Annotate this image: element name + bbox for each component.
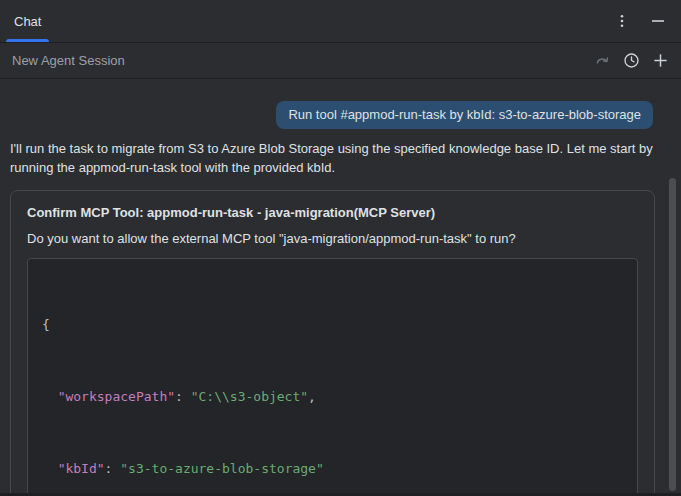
- active-tab-indicator: [6, 39, 49, 42]
- code-line: "kbId": "s3-to-azure-blob-storage": [42, 457, 623, 481]
- tab-chat-label: Chat: [14, 14, 41, 29]
- tab-chat[interactable]: Chat: [4, 0, 51, 42]
- code-line: {: [42, 313, 623, 337]
- mcp-confirm-dialog: Confirm MCP Tool: appmod-run-task - java…: [10, 190, 655, 496]
- code-open-brace: {: [42, 317, 50, 332]
- confirm-dialog-question: Do you want to allow the external MCP to…: [27, 231, 638, 246]
- user-message-text: Run tool #appmod-run-task by kbId: s3-to…: [288, 107, 641, 122]
- session-actions: [593, 52, 669, 70]
- code-line: "workspacePath": "C:\\s3-object",: [42, 385, 623, 409]
- chat-tool-window: Chat New Agent Session: [0, 0, 681, 496]
- json-separator: :: [175, 389, 191, 404]
- json-value: "C:\\s3-object": [191, 389, 308, 404]
- chat-content: Run tool #appmod-run-task by kbId: s3-to…: [0, 79, 681, 496]
- json-separator: :: [105, 461, 121, 476]
- json-comma: ,: [308, 389, 316, 404]
- json-value: "s3-to-azure-blob-storage": [120, 461, 324, 476]
- user-message-bubble: Run tool #appmod-run-task by kbId: s3-to…: [276, 101, 653, 129]
- json-key: "workspacePath": [58, 389, 175, 404]
- json-key: "kbId": [58, 461, 105, 476]
- user-message-row: Run tool #appmod-run-task by kbId: s3-to…: [10, 101, 669, 129]
- new-session-plus-icon[interactable]: [651, 52, 669, 70]
- vertical-scrollbar-thumb[interactable]: [669, 178, 676, 491]
- minimize-icon[interactable]: [649, 12, 667, 30]
- history-clock-icon[interactable]: [622, 52, 640, 70]
- titlebar: Chat: [0, 0, 681, 43]
- session-bar: New Agent Session: [0, 43, 681, 79]
- session-title: New Agent Session: [12, 53, 125, 68]
- assistant-message: I'll run the task to migrate from S3 to …: [10, 139, 669, 177]
- tool-arguments-code-block: { "workspacePath": "C:\\s3-object", "kbI…: [27, 258, 638, 496]
- titlebar-actions: [613, 12, 667, 30]
- redo-arrow-icon[interactable]: [593, 52, 611, 70]
- kebab-menu-icon[interactable]: [613, 12, 631, 30]
- confirm-dialog-title: Confirm MCP Tool: appmod-run-task - java…: [27, 205, 638, 220]
